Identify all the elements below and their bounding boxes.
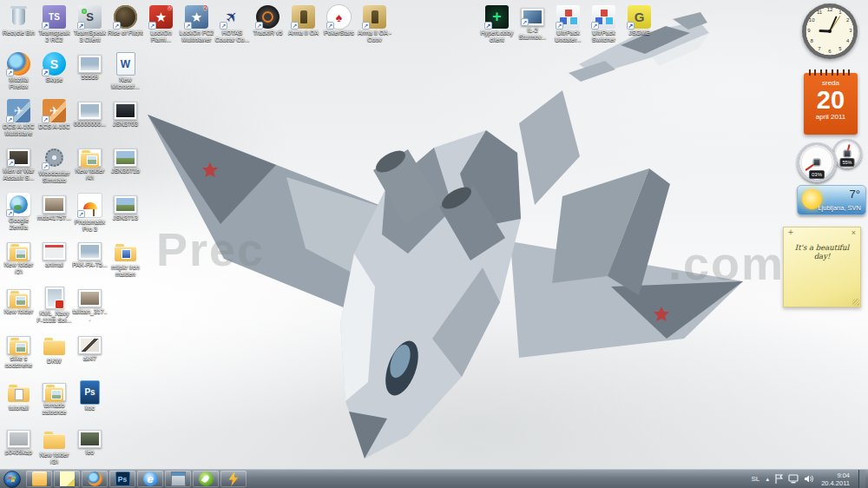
clock-face: 121234567891011: [802, 3, 858, 59]
photo-plane-icon: [78, 55, 102, 73]
weather-gadget[interactable]: 7° Ljubljana, SVN: [797, 185, 866, 215]
desktop-icon-p0409kap[interactable]: p0409kap: [1, 427, 36, 456]
taskbar-button-coreldraw[interactable]: [193, 471, 219, 487]
desktop-icon-photomatix-pro-3[interactable]: ↗Photomatix Pro 3: [72, 193, 108, 232]
shortcut-arrow-icon: ↗: [591, 22, 599, 30]
icon-label: UltrPack Switcher: [586, 30, 621, 43]
shortcut-arrow-icon: ↗: [42, 115, 49, 123]
cpu-meter-gadget[interactable]: 55% 03%: [792, 139, 866, 184]
desktop-icon-dcs-a-10c-multiplaye[interactable]: ✈↗DCS A-10C Multiplaye: [1, 99, 36, 136]
desktop-icon-arma-ii-oa[interactable]: ↗Arma II OA: [286, 5, 321, 36]
action-center-flag-icon[interactable]: [775, 474, 783, 484]
icon-label: tutoriali: [1, 405, 36, 412]
icon-label: koc: [72, 405, 108, 412]
note-add-button[interactable]: +: [788, 228, 793, 237]
shortcut-arrow-icon: ↗: [6, 69, 14, 76]
desktop-icon-ultrpack-updater[interactable]: ↗UltrPack Updater...: [550, 5, 586, 43]
desktop-icon-jsn3071b[interactable]: JSN3071b: [108, 146, 143, 175]
icon-label: Arma II OA - Copy: [357, 30, 392, 43]
calendar-gadget[interactable]: sreda 20 april 2011: [804, 73, 858, 135]
desktop-icon-arma-ii-oa-copy[interactable]: ↗Arma II OA - Copy: [357, 5, 392, 43]
desktop-icon-jsn3703[interactable]: JSN3703: [108, 99, 143, 128]
desktop-icon-mozilla-firefox[interactable]: ↗Mozilla Firefox: [1, 52, 36, 89]
trackir-icon: ↗: [256, 5, 279, 29]
desktop-icon-trackir-v5[interactable]: ↗TrackIR v5: [250, 5, 286, 36]
google-earth-icon: ↗: [7, 193, 30, 216]
taskbar-button-sticky-notes[interactable]: [54, 471, 80, 487]
desktop-icon-hotas-cougar-co[interactable]: ✈↗HOTAS Cougar Co...: [214, 5, 250, 43]
calendar-day: 20: [804, 87, 858, 113]
shortcut-arrow-icon: ↗: [255, 22, 263, 30]
shortcut-arrow-icon: ↗: [220, 22, 227, 30]
desktop-icon-men-of-war-assault-s[interactable]: ↗Men of War Assault S...: [1, 146, 36, 181]
desktop-icon-taliban-317[interactable]: taliban_317...: [72, 287, 108, 321]
desktop-icon-ak47[interactable]: ak47: [72, 333, 108, 362]
desktop-icon-il-2-sturmov[interactable]: ↗IL-2 Sturmov...: [515, 5, 550, 40]
photo-person-icon: [78, 289, 102, 307]
sticky-note-gadget[interactable]: + × It's a beautiful day!: [783, 227, 861, 307]
icon-label: New folder: [1, 308, 36, 315]
desktop-icon-milpkr-iron-maiden[interactable]: milpkr iron maiden: [108, 240, 143, 277]
tray-clock[interactable]: 9:04 20.4.2011: [821, 472, 850, 487]
desktop-icon-new-folder[interactable]: New folder: [1, 287, 36, 315]
desktop-icon-mdb41757[interactable]: mdb41757...: [36, 193, 72, 221]
desktop-icon-jsn3713[interactable]: JSN3713: [108, 193, 143, 221]
desktop-icon-koc[interactable]: Pskoc: [72, 380, 108, 412]
folder-app-icon: [114, 240, 137, 263]
desktop-icon-tutoriali[interactable]: tutoriali: [1, 380, 36, 412]
desktop-icon-woodcutter-simulato[interactable]: ↗Woodcutter Simulato: [36, 146, 72, 183]
desktop-icon-new-folder-4[interactable]: New folder (4): [72, 146, 108, 181]
desktop-icon-dcs-a-10c[interactable]: ✈↗DCS A-10C: [36, 99, 72, 130]
photo-plane-icon: [78, 102, 102, 120]
desktop-icon-teamspeak-3-client[interactable]: S↗TeamSpeak 3 Client: [72, 5, 108, 43]
clock-hub: [828, 30, 832, 33]
dcs-orange-icon: ✈↗: [43, 99, 66, 122]
desktop-icon-pak-fa-t5[interactable]: PAK-FA-T5...: [72, 240, 108, 268]
show-desktop-button[interactable]: [858, 470, 865, 488]
desktop-icon-55569[interactable]: 55569: [72, 52, 108, 81]
desktop-icon-dkw[interactable]: DKW: [36, 333, 72, 365]
clock-gadget[interactable]: 121234567891011: [802, 3, 858, 59]
desktop-icon-hyperlobby-client[interactable]: +↗HyperLobby client: [479, 5, 515, 43]
desktop-icon-rise-of-flight[interactable]: ↗Rise of Flight: [108, 5, 143, 36]
taskbar-button-lightning-app[interactable]: [220, 471, 247, 487]
desktop-icon-recycle-bin[interactable]: Recycle Bin: [1, 5, 36, 36]
desktop-icon-new-folder-3[interactable]: New folder (3): [36, 427, 72, 465]
desktop-icon-ultrpack-switcher[interactable]: ↗UltrPack Switcher: [586, 5, 621, 43]
taskbar-button-internet-explorer[interactable]: e: [137, 471, 163, 487]
taskbar-pinned-apps: Pse: [25, 471, 247, 487]
network-icon[interactable]: [788, 474, 799, 484]
recycle-bin-icon: [7, 5, 30, 29]
desktop-icon-jsgme[interactable]: G↗JSGME: [621, 5, 657, 36]
language-indicator[interactable]: SL: [751, 475, 760, 483]
shortcut-arrow-icon: ↗: [326, 22, 334, 30]
lockon-red-icon: ★2↗: [149, 5, 173, 29]
desktop-icon-kml-navy-f-111b-sol[interactable]: KML_Navy F-111B Sol...: [36, 287, 72, 323]
desktop-icon-new-folder-2[interactable]: New folder (2): [1, 240, 36, 274]
desktop-icon-lockon-flami[interactable]: ★2↗LockOn Flami...: [143, 5, 179, 43]
desktop-icon-lockon-fc2-multiplayer[interactable]: ★2↗LockOn FC2 Multiplayer: [179, 5, 214, 43]
taskbar-button-firefox[interactable]: [82, 471, 108, 487]
taskbar-button-photoshop[interactable]: Ps: [109, 471, 135, 487]
arma-icon: ↗: [363, 5, 386, 29]
start-button[interactable]: [3, 471, 21, 488]
desktop-icon-new-microsof[interactable]: WNew Microsof...: [108, 52, 143, 89]
photo-landscape-icon: [114, 195, 137, 214]
hidden-icons-button[interactable]: ▲: [765, 477, 770, 482]
desktop-icon-tornado-zalosnce[interactable]: tornado zalosnce: [36, 380, 72, 415]
desktop-icon-animal[interactable]: animal: [36, 240, 72, 268]
desktop-icon-skype[interactable]: S↗Skype: [36, 52, 72, 83]
desktop-icon-teamspeak-2-rc2[interactable]: TS↗Teamspeak 2 RC2: [36, 5, 72, 43]
note-close-button[interactable]: ×: [852, 228, 856, 237]
desktop-icon-leo[interactable]: leo: [72, 427, 108, 456]
taskbar-button-windows-explorer[interactable]: [26, 471, 52, 487]
desktop-icon-00000000[interactable]: 00000000...: [72, 99, 108, 128]
desktop-icon-pokerstars[interactable]: ♠↗PokerStars: [321, 5, 357, 36]
volume-icon[interactable]: [804, 474, 814, 484]
desktop-icon-slike-s-podstrehe[interactable]: slike s podstrehe: [1, 333, 36, 368]
taskbar-button-app-window[interactable]: [165, 471, 191, 487]
icon-label: New folder (4): [72, 168, 108, 181]
clock-numeral: 9: [806, 28, 812, 33]
ram-load-value: 55%: [839, 158, 854, 167]
desktop-icon-google-zemlja[interactable]: ↗Google Zemlja: [1, 193, 36, 230]
